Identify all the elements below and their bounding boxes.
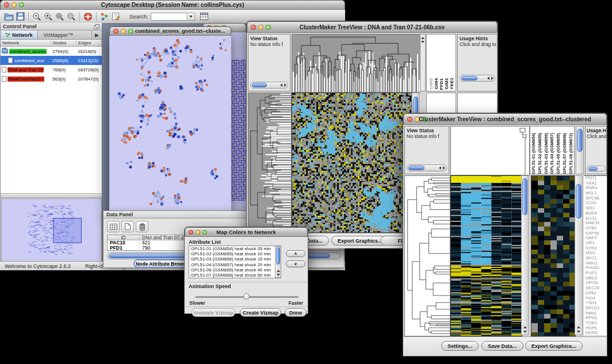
tv2-column-labels: GPL51-01 (GSM854)GPL51-02 (GSM855)GPL51-… xyxy=(530,126,575,174)
map-colors-dialog: Map Colors to Network Attribute List GPL… xyxy=(184,227,308,314)
scroll-left-icon[interactable] xyxy=(487,76,489,80)
tv2-labels-vscrollbar[interactable] xyxy=(576,126,584,174)
network-name: DNA and Tran 07 xyxy=(7,67,44,72)
search-input[interactable] xyxy=(151,13,188,21)
tv1-column-dendrogram[interactable] xyxy=(292,34,420,93)
slider-thumb[interactable] xyxy=(243,293,250,300)
done-button[interactable]: Done xyxy=(285,308,307,317)
network-view-window: combined_scores_good.txt--cluste... xyxy=(109,26,231,213)
scroll-up-icon[interactable] xyxy=(577,326,580,328)
column-label[interactable]: GPL51-06 (GSM865) xyxy=(556,133,561,174)
attribute-list-item[interactable]: GPL51-07 (GSM868) heat shock 60 min xyxy=(189,273,281,278)
annotation-icon[interactable] xyxy=(112,12,120,21)
attribute-list-item[interactable]: GPL51-03 (GSM856) heat shock 15 min xyxy=(189,256,281,262)
animate-vizmap-button[interactable]: Animate Vizmap xyxy=(192,308,235,317)
scroll-up-icon[interactable] xyxy=(277,270,280,272)
column-label[interactable]: GPL51-08 (GSM872) xyxy=(569,133,573,174)
dialog-titlebar[interactable]: Map Colors to Network xyxy=(185,227,308,237)
zoom-out-icon[interactable] xyxy=(32,12,41,21)
main-titlebar[interactable]: Cytoscape Desktop (Session Name: collins… xyxy=(0,0,345,10)
usage-hints-text: Click and drag to xyxy=(458,41,497,47)
view-status-title: View Status xyxy=(405,127,449,133)
tab-network[interactable]: Network xyxy=(1,30,38,39)
treeview2-window: ClusterMaker TreeView : combined_scores_… xyxy=(403,113,607,357)
tv2-hints-hscrollbar[interactable] xyxy=(587,166,606,172)
column-label[interactable]: GPL51-07 (GSM868) xyxy=(563,133,567,174)
attribute-browser-icon[interactable] xyxy=(200,12,209,21)
tv2-save-data-button[interactable]: Save Data... xyxy=(481,341,523,351)
attribute-list-item[interactable]: GPL51-06 (GSM865) heat shock 40 min xyxy=(189,267,281,273)
move-up-button[interactable]: ∧ xyxy=(286,250,305,257)
scroll-right-icon[interactable] xyxy=(284,83,286,87)
save-icon[interactable] xyxy=(16,12,25,21)
node-attribute-browser-button[interactable]: Node Attribute Brows... xyxy=(133,259,192,268)
delete-attribute-trash-icon[interactable] xyxy=(136,221,148,232)
usage-hints-title: Usage Hints xyxy=(458,35,497,41)
column-label[interactable]: GPL51-03 (GSM856) xyxy=(544,133,549,174)
zoom-selected-icon[interactable] xyxy=(67,12,76,21)
open-file-icon[interactable] xyxy=(4,12,14,21)
network-list-row[interactable]: RNAPuberNov2+ 563(0) 107847(0) xyxy=(1,74,102,83)
panel-splitter[interactable] xyxy=(1,194,102,198)
scroll-down-icon[interactable] xyxy=(577,331,580,333)
tv2-view-status-panel: View Status No status info f xyxy=(404,126,449,174)
attribute-list-item[interactable]: GPL51-04 (GSM857) heat shock 20 min xyxy=(189,262,281,267)
column-label[interactable]: GPL51-01 (GSM854) xyxy=(531,133,536,174)
scroll-down-icon[interactable] xyxy=(523,331,527,333)
tv2-status-hscrollbar[interactable] xyxy=(407,164,447,171)
tv2-export-graphics-button[interactable]: Export Graphics... xyxy=(525,341,583,351)
scroll-left-icon[interactable] xyxy=(280,83,282,87)
tv1-status-hscrollbar[interactable] xyxy=(250,82,288,89)
network-overview-thumbnail[interactable] xyxy=(1,198,102,264)
tv1-scroll-strip[interactable] xyxy=(420,34,426,91)
network-list-row[interactable]: combined_sco 2569(6) 13112(15) xyxy=(1,56,102,65)
dense-network-grid-view[interactable] xyxy=(231,59,246,202)
select-attributes-icon[interactable] xyxy=(107,221,120,232)
network-graph-view[interactable] xyxy=(110,36,231,212)
treeview1-titlebar[interactable]: ClusterMaker TreeView : DNA and Tran 07-… xyxy=(247,21,498,33)
column-label[interactable]: PAC10 xyxy=(454,75,456,90)
attribute-list-item[interactable]: GPL51-02 (GSM855) heat shock 10 min xyxy=(189,251,281,256)
network-nodes-icon[interactable] xyxy=(100,12,109,21)
column-label[interactable]: GPL51-04 (GSM857) xyxy=(550,133,554,174)
tv2-column-dendrogram[interactable] xyxy=(450,126,530,175)
new-attribute-icon[interactable] xyxy=(121,221,134,232)
tv2-cluster-zoom-heatmap[interactable] xyxy=(531,175,576,336)
tv2-gene-labels: PFD1YRA1RNR4MSL1SPC98CLN1NIS1BUD4ELG1MAK… xyxy=(584,175,607,335)
help-lifesaver-icon[interactable] xyxy=(83,12,93,21)
column-label[interactable]: GPL51-02 (GSM855) xyxy=(538,133,542,174)
treeview1-title: ClusterMaker TreeView : DNA and Tran 07-… xyxy=(247,22,497,33)
gene-label[interactable]: MON2 xyxy=(586,331,607,335)
animation-speed-slider[interactable] xyxy=(195,293,299,300)
tv1-hints-hscrollbar[interactable] xyxy=(460,75,495,82)
network-list-row[interactable]: DNA and Tran 07 769(0) 183728(0) xyxy=(1,65,102,74)
treeview2-titlebar[interactable]: ClusterMaker TreeView : combined_scores_… xyxy=(403,113,607,125)
chevron-down-icon xyxy=(189,16,193,18)
tv1-heatmap[interactable] xyxy=(292,93,413,233)
tv2-zoom-vscrollbar[interactable] xyxy=(575,175,583,335)
scroll-left-icon[interactable] xyxy=(439,166,441,170)
move-down-button[interactable]: ∨ xyxy=(286,260,305,267)
tv2-settings-button[interactable]: Settings... xyxy=(441,341,479,351)
tv1-row-dendrogram[interactable] xyxy=(248,93,292,233)
attribute-list-item[interactable]: GPL51-01 (GSM854) heat shock 05 min xyxy=(189,246,281,251)
network-list-row[interactable]: combined_scores 2764(0) 16218(0) xyxy=(1,47,102,56)
scroll-right-icon[interactable] xyxy=(443,166,445,170)
tabs-more-button[interactable]: ▶ xyxy=(91,30,102,39)
faster-label: Faster xyxy=(288,300,303,306)
tv2-heatmap-vscrollbar[interactable] xyxy=(521,175,529,335)
tab-vizmapper[interactable]: VizMapper™ xyxy=(38,30,79,39)
network-edges-count: 16218(0) xyxy=(76,47,102,56)
search-dropdown-button[interactable] xyxy=(188,13,195,21)
network-window-titlebar[interactable]: combined_scores_good.txt--cluste... xyxy=(109,26,231,36)
toolbar-separator xyxy=(96,12,97,21)
scroll-right-icon[interactable] xyxy=(491,76,494,80)
tv2-row-dendrogram[interactable] xyxy=(404,175,450,336)
zoom-in-icon[interactable] xyxy=(44,12,53,21)
tv2-heatmap[interactable] xyxy=(450,175,522,336)
scroll-up-icon[interactable] xyxy=(523,326,527,328)
attribute-list-vscrollbar[interactable] xyxy=(275,246,281,278)
zoom-fit-icon[interactable] xyxy=(55,12,64,21)
scroll-down-icon[interactable] xyxy=(277,274,280,276)
create-vizmap-button[interactable]: Create Vizmap xyxy=(240,308,281,317)
